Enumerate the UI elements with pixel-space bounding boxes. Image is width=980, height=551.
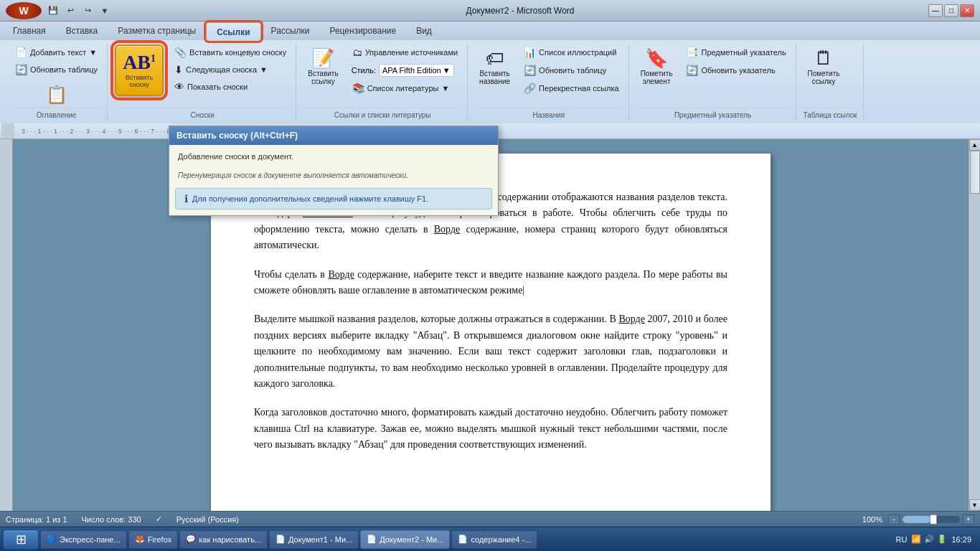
show-notes-btn[interactable]: 👁 Показать сноски [171, 79, 290, 95]
tab-page-layout[interactable]: Разметка страницы [108, 22, 206, 40]
toc-btn[interactable]: 📋 [11, 82, 101, 108]
save-quick-btn[interactable]: 💾 [46, 4, 60, 17]
tooltip-help-link[interactable]: ℹ Для получения дополнительных сведений … [175, 188, 492, 209]
add-text-icon: 📄 [15, 47, 27, 58]
next-footnote-btn[interactable]: ⬇ Следующая сноска ▼ [171, 62, 290, 77]
update-table-cap-btn[interactable]: 🔄 Обновить таблицу [520, 62, 623, 78]
info-icon: ℹ [184, 193, 188, 204]
insert-endnote-btn[interactable]: 📎 Вставить концевую сноску [171, 44, 290, 60]
ribbon-content: 📄 Добавить текст ▼ 🔄 Обновить таблицу 📋 [0, 40, 980, 123]
update-index-icon: 🔄 [686, 65, 698, 76]
style-dropdown[interactable]: APA Fifth Edition ▼ [379, 64, 454, 77]
document-page-area[interactable]: Вставить сноску (Alt+Ctrl+F) Добавление … [13, 139, 969, 511]
minimize-button[interactable]: — [928, 4, 943, 17]
ribbon: Главная Вставка Разметка страницы Ссылки… [0, 22, 980, 123]
tab-review[interactable]: Рецензирование [319, 22, 406, 40]
scroll-thumb[interactable] [970, 151, 980, 194]
taskbar-item-express[interactable]: 🔵 Экспресс-пане... [40, 530, 127, 549]
ruler-left-margin [1, 123, 14, 138]
taskbar-item-firefox[interactable]: 🦊 Firefox [128, 530, 179, 549]
taskbar-item-doc2[interactable]: 📄 Документ2 - Ми... [360, 530, 450, 549]
volume-icon: 🔊 [924, 534, 934, 544]
list-of-figs-btn[interactable]: 📊 Список иллюстраций [520, 44, 623, 60]
document-area: Вставить сноску (Alt+Ctrl+F) Добавление … [0, 139, 980, 511]
group-captions: 🏷 Вставить название 📊 Список иллюстраций… [469, 43, 629, 121]
zoom-in-btn[interactable]: + [963, 514, 974, 524]
window-title: Документ2 - Microsoft Word [112, 6, 928, 16]
tooltip-note: Перенумерация сносок в документе выполня… [169, 169, 498, 185]
maximize-button[interactable]: □ [944, 4, 958, 17]
tab-mailings[interactable]: Рассылки [261, 22, 320, 40]
document-text: В книгах, брошюрах, буклетах, студенческ… [254, 189, 727, 453]
insert-index-icon: 📑 [686, 47, 698, 58]
show-notes-icon: 👁 [174, 81, 184, 93]
zoom-controls: - + [888, 514, 974, 524]
citations-small-group: 🗂 Управление источниками Стиль: APA Fift… [349, 44, 461, 96]
taskbar-item-whatsapp[interactable]: 💬 как нарисовать... [179, 530, 268, 549]
redo-quick-btn[interactable]: ↪ [80, 4, 95, 17]
insert-footnote-btn[interactable]: AB1 Вставитьсноску [115, 44, 164, 96]
window-controls: — □ ✕ [928, 4, 974, 17]
scroll-up-btn[interactable]: ▲ [969, 139, 981, 151]
captions-group-label: Названия [475, 108, 623, 119]
status-bar: Страница: 1 из 1 Число слов: 330 ✓ Русск… [0, 511, 980, 527]
manage-sources-icon: 🗂 [352, 47, 362, 58]
language-indicator[interactable]: Русский (Россия) [176, 515, 239, 524]
group-footnotes: AB1 Вставитьсноску 📎 Вставить концевую с… [109, 43, 296, 121]
taskbar-item-doc1[interactable]: 📄 Документ1 - Ми... [269, 530, 359, 549]
start-button[interactable]: ⊞ [3, 529, 39, 550]
mark-citation-icon: 🗒 [814, 47, 833, 70]
page-indicator: Страница: 1 из 1 [6, 515, 67, 524]
manage-sources-btn[interactable]: 🗂 Управление источниками [349, 44, 461, 60]
zoom-out-btn[interactable]: - [888, 514, 900, 524]
spell-check-icon[interactable]: ✓ [156, 514, 162, 524]
citations-group-label: Ссылки и списки литературы [303, 108, 461, 119]
bibliography-icon: 📚 [352, 83, 364, 94]
toc-icon: 📋 [46, 85, 67, 105]
scroll-track[interactable] [970, 151, 980, 499]
footnote-tooltip: Вставить сноску (Alt+Ctrl+F) Добавление … [169, 139, 499, 216]
mark-citation-btn[interactable]: 🗒 Пометить ссылку [804, 44, 844, 88]
vertical-ruler [0, 139, 13, 511]
system-tray: 📶 🔊 🔋 [911, 534, 947, 544]
update-index-btn[interactable]: 🔄 Обновить указатель [682, 62, 789, 78]
tab-view[interactable]: Вид [406, 22, 442, 40]
zoom-level: 100% [862, 515, 882, 524]
paragraph-4: Когда заголовков достаточно много, форма… [254, 405, 727, 453]
title-bar: W 💾 ↩ ↪ ▼ Документ2 - Microsoft Word — □… [0, 0, 980, 22]
insert-caption-btn[interactable]: 🏷 Вставить название [475, 44, 514, 88]
keyboard-lang[interactable]: RU [896, 535, 908, 544]
vertical-scrollbar[interactable]: ▲ ▼ [969, 139, 980, 511]
undo-quick-btn[interactable]: ↩ [63, 4, 77, 17]
update-cap-icon: 🔄 [524, 65, 536, 76]
office-logo[interactable]: W [6, 2, 42, 19]
mark-entry-icon: 🔖 [645, 47, 668, 70]
list-figs-icon: 📊 [524, 47, 536, 58]
captions-small-group: 📊 Список иллюстраций 🔄 Обновить таблицу … [520, 44, 623, 96]
tooltip-description: Добавление сноски в документ. [169, 145, 498, 169]
close-button[interactable]: ✕ [960, 4, 974, 17]
tab-references[interactable]: Ссылки [206, 22, 260, 41]
tab-home[interactable]: Главная [3, 22, 56, 40]
insert-index-btn[interactable]: 📑 Предметный указатель [682, 44, 789, 60]
bibliography-btn[interactable]: 📚 Список литературы ▼ [349, 80, 461, 96]
group-table-auth: 🗒 Пометить ссылку Таблица ссылок [798, 43, 864, 121]
style-selector[interactable]: Стиль: APA Fifth Edition ▼ [349, 62, 461, 78]
update-table-toc-btn[interactable]: 🔄 Обновить таблицу [11, 62, 101, 77]
footnotes-group-label: Сноски [115, 108, 290, 119]
taskbar-item-contents[interactable]: 📄 содержание4 -... [451, 530, 537, 549]
tab-insert[interactable]: Вставка [56, 22, 108, 40]
paragraph-2: Чтобы сделать в Ворде содержание, набери… [254, 267, 727, 299]
insert-citation-btn[interactable]: 📝 Вставить ссылку [303, 44, 342, 88]
cross-ref-btn[interactable]: 🔗 Перекрестная ссылка [520, 80, 623, 96]
customize-quick-btn[interactable]: ▼ [98, 4, 112, 17]
quick-access-toolbar: 💾 ↩ ↪ ▼ [46, 4, 112, 17]
mark-entry-btn[interactable]: 🔖 Пометить элемент [636, 44, 677, 88]
endnote-icon: 📎 [174, 47, 187, 58]
status-right: 100% - + [862, 514, 974, 524]
zoom-slider[interactable] [903, 516, 960, 523]
scroll-down-btn[interactable]: ▼ [969, 499, 981, 511]
add-text-btn[interactable]: 📄 Добавить текст ▼ [11, 44, 101, 60]
taskbar-icon-doc1: 📄 [275, 534, 286, 544]
citations-group-content: 📝 Вставить ссылку 🗂 Управление источника… [303, 44, 461, 108]
